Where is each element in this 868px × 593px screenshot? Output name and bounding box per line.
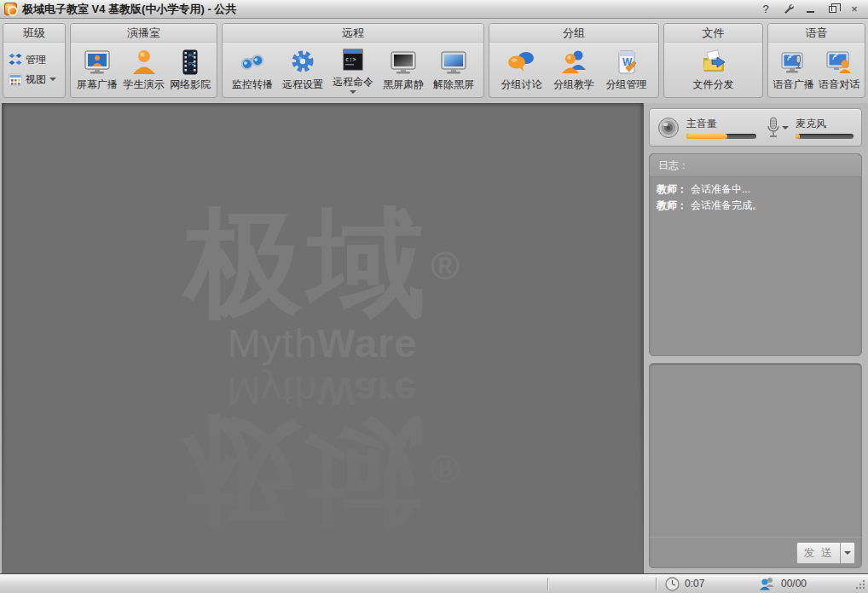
svg-text:c:>: c:> xyxy=(345,56,356,63)
toolbar-item-net-cinema[interactable]: Po PP 网络影院 xyxy=(168,47,212,93)
toolbar-item-label: 远程设置 xyxy=(282,78,323,92)
toolbar-item-label: 黑屏肃静 xyxy=(383,78,424,92)
chat-input-row[interactable]: 发 送 xyxy=(650,537,861,567)
log-entry: 教师：会话准备中... xyxy=(657,182,854,197)
chevron-down-icon xyxy=(49,78,56,81)
toolbar-item-label: 语音对话 xyxy=(819,78,859,92)
screen-broadcast-icon xyxy=(83,48,112,77)
toolbar-item-view[interactable]: 视图 xyxy=(9,72,56,87)
ribbon-toolbar: 班级 管理 视图 演播室 xyxy=(0,19,868,103)
group-people-icon xyxy=(559,48,588,77)
toolbar-item-manage[interactable]: 管理 xyxy=(9,53,46,67)
volume-panel: 主音量 麦克风 xyxy=(649,108,862,147)
toolbar-item-student-demo[interactable]: 学生演示 xyxy=(122,47,166,93)
session-timer: 0:07 xyxy=(657,577,746,591)
voice-broadcast-icon xyxy=(779,48,808,77)
content-area: 极域® MythWare 极域® MythWare 主音量 xyxy=(0,103,868,573)
restore-button[interactable] xyxy=(825,3,839,16)
mic-volume-label: 麦克风 xyxy=(796,117,854,131)
toolbar-item-label: 视图 xyxy=(26,72,46,87)
mic-volume-slider[interactable] xyxy=(796,134,854,139)
unblack-screen-icon xyxy=(439,48,468,77)
log-header: 日志： xyxy=(650,154,861,177)
toolbar-item-voice-broadcast[interactable]: 语音广播 xyxy=(772,47,816,93)
send-options-dropdown[interactable] xyxy=(840,542,855,564)
registered-mark: ® xyxy=(431,244,460,288)
toolbar-item-label: 管理 xyxy=(26,53,46,67)
student-demo-icon xyxy=(130,48,159,77)
toolbar-item-label: 分组教学 xyxy=(553,78,594,92)
clock-icon xyxy=(665,577,680,591)
section-group: 分组 分组讨论 xyxy=(489,23,659,98)
group-manage-icon: W xyxy=(612,48,641,77)
mic-volume-fill xyxy=(796,134,800,139)
toolbar-item-label: 文件分发 xyxy=(693,78,734,92)
toolbar-item-voice-chat[interactable]: 语音对话 xyxy=(817,47,861,93)
toolbar-item-screen-broadcast[interactable]: 屏幕广播 xyxy=(75,47,119,93)
log-entry-text: 会话准备中... xyxy=(691,183,750,195)
binoculars-icon xyxy=(238,48,267,77)
svg-text:PP: PP xyxy=(188,61,195,66)
student-count: 00/00 xyxy=(750,577,815,591)
view-icon xyxy=(9,73,22,86)
chat-panel: 发 送 xyxy=(649,363,862,568)
toolbar-item-file-distribute[interactable]: 文件分发 xyxy=(671,47,756,93)
terminal-icon: c:> xyxy=(339,45,367,74)
toolbar-item-label: 学生演示 xyxy=(124,78,165,92)
log-entry-sender: 教师： xyxy=(657,183,687,195)
status-pane-main xyxy=(0,574,547,593)
file-distribute-icon xyxy=(699,48,728,77)
watermark-latin-bold: Ware xyxy=(317,320,417,366)
speech-bubbles-icon xyxy=(507,48,536,77)
toolbar-item-group-discussion[interactable]: 分组讨论 xyxy=(500,47,544,93)
toolbar-item-group-manage[interactable]: W 分组管理 xyxy=(605,47,649,93)
chat-message-area xyxy=(650,364,861,537)
send-button[interactable]: 发 送 xyxy=(796,542,841,564)
toolbar-item-monitor-relay[interactable]: 监控转播 xyxy=(230,47,275,93)
title-bar: 极域电子教室 V4 基教版(中小学专用) - 公共 ? × xyxy=(0,0,868,19)
manage-icon xyxy=(9,53,22,66)
section-remote-title: 远程 xyxy=(223,24,483,43)
toolbar-item-label: 远程命令 xyxy=(333,75,373,89)
toolbar-item-label: 屏幕广播 xyxy=(77,78,118,92)
master-volume-fill xyxy=(686,134,727,139)
close-button[interactable]: × xyxy=(848,3,861,16)
toolbar-item-black-screen[interactable]: 黑屏肃静 xyxy=(381,47,425,93)
status-pane-secondary xyxy=(548,574,656,593)
chevron-down-icon xyxy=(350,90,356,94)
microphone-icon[interactable] xyxy=(767,117,780,139)
settings-wrench-icon[interactable] xyxy=(781,3,795,16)
section-studio: 演播室 屏幕广播 xyxy=(70,23,217,98)
log-entry: 教师：会话准备完成。 xyxy=(657,199,854,213)
gear-icon xyxy=(288,48,317,77)
app-icon xyxy=(4,3,17,15)
mic-device-dropdown[interactable] xyxy=(782,126,789,130)
watermark-latin-light: Myth xyxy=(227,320,317,366)
section-class: 班级 管理 视图 xyxy=(3,23,66,98)
net-cinema-icon: Po PP xyxy=(176,48,205,77)
resize-grip[interactable] xyxy=(854,579,866,593)
speaker-icon[interactable] xyxy=(657,117,680,139)
toolbar-item-group-teaching[interactable]: 分组教学 xyxy=(552,47,596,93)
minimize-button[interactable] xyxy=(803,3,817,16)
master-volume-slider[interactable] xyxy=(686,134,756,139)
side-panel: 主音量 麦克风 xyxy=(643,103,866,573)
toolbar-item-remote-command[interactable]: c:> 远程命令 xyxy=(331,44,375,95)
help-button[interactable]: ? xyxy=(759,3,773,16)
toolbar-item-label: 分组讨论 xyxy=(501,78,542,92)
toolbar-item-remote-settings[interactable]: 远程设置 xyxy=(281,47,325,93)
section-remote: 远程 监控转播 xyxy=(222,23,484,98)
section-studio-title: 演播室 xyxy=(71,24,217,43)
status-bar: 0:07 00/00 xyxy=(0,573,868,593)
log-body: 教师：会话准备中... 教师：会话准备完成。 xyxy=(650,177,861,218)
section-file-title: 文件 xyxy=(664,24,762,43)
master-volume-label: 主音量 xyxy=(686,117,756,131)
toolbar-item-unblack-screen[interactable]: 解除黑屏 xyxy=(431,47,476,93)
section-voice-title: 语音 xyxy=(768,24,865,43)
section-file: 文件 文件分发 xyxy=(663,23,763,98)
log-panel: 日志： 教师：会话准备中... 教师：会话准备完成。 xyxy=(649,153,862,356)
section-voice: 语音 语音广播 xyxy=(767,23,865,98)
section-class-title: 班级 xyxy=(3,24,65,43)
window-controls: ? × xyxy=(759,3,861,16)
toolbar-item-label: 网络影院 xyxy=(170,78,211,92)
